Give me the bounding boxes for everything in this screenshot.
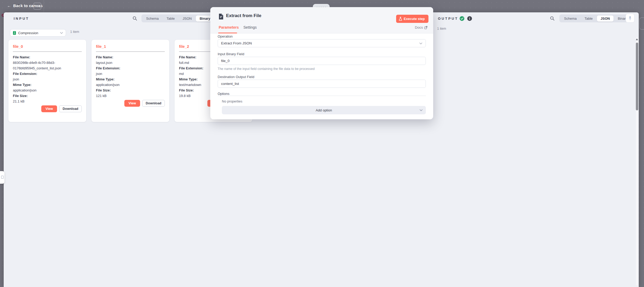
file-size-value: 21.1 kB — [13, 99, 24, 103]
file-name-value: layout.json — [96, 61, 112, 65]
file-title: file_1 — [96, 44, 165, 49]
input-tab-schema[interactable]: Schema — [142, 16, 162, 22]
zip-file-icon — [13, 31, 16, 35]
execute-step-button[interactable]: Execute step — [396, 15, 428, 23]
download-button[interactable]: Download — [59, 105, 82, 112]
execute-step-label: Execute step — [404, 17, 425, 21]
file-extension-label: File Extension: — [96, 66, 120, 70]
options-empty-text: No properties — [222, 99, 242, 103]
file-name-label: File Name: — [13, 55, 30, 59]
external-link-icon — [424, 26, 427, 29]
file-size-value: 19.8 kB — [179, 94, 191, 98]
modal-title: Extract from File — [226, 13, 261, 18]
json-scrollbar[interactable] — [636, 37, 638, 285]
file-card-1: file_1 File Name: layout.json File Exten… — [91, 39, 170, 122]
mime-type-label: Mime Type: — [13, 83, 32, 87]
file-name-label: File Name: — [179, 55, 196, 59]
input-binary-field-label: Input Binary Field — [218, 52, 244, 56]
operation-label: Operation — [218, 34, 233, 38]
file-meta: File Name: layout.json File Extension: j… — [96, 54, 165, 99]
file-size-label: File Size: — [13, 94, 28, 98]
modal-header: Extract from File Execute step Parameter… — [210, 7, 433, 33]
card-divider — [13, 52, 82, 52]
mime-type-value: application/json — [96, 83, 120, 87]
destination-output-value: content_list — [221, 82, 239, 86]
flyout-icon — [1, 176, 4, 179]
canvas-control-fragment — [639, 17, 644, 30]
view-button[interactable]: View — [124, 100, 140, 107]
options-label: Options — [218, 92, 229, 96]
file-name-value: full.md — [179, 61, 189, 65]
file-size-value: 121 kB — [96, 94, 106, 98]
input-search-icon[interactable] — [132, 16, 137, 21]
input-source-label: Compression — [18, 31, 60, 35]
add-option-label: Add option — [316, 108, 332, 112]
input-items-count: 1 item — [70, 30, 79, 34]
input-tab-table[interactable]: Table — [163, 16, 178, 22]
docs-label: Docs — [415, 25, 423, 29]
options-divider — [218, 96, 426, 96]
file-extension-label: File Extension: — [13, 72, 37, 76]
info-icon[interactable] — [467, 16, 472, 21]
mime-type-value: text/markdown — [179, 83, 201, 87]
left-flyout-handle[interactable] — [0, 171, 4, 184]
add-option-select[interactable]: Add option — [222, 106, 426, 114]
extract-file-node-icon — [218, 13, 224, 20]
file-name-label: File Name: — [96, 55, 113, 59]
input-binary-field-value: file_0 — [221, 59, 229, 63]
mime-type-value: application/json — [13, 88, 37, 92]
chevron-down-icon — [60, 32, 63, 34]
mime-type-label: Mime Type: — [179, 77, 198, 81]
tab-parameters[interactable]: Parameters — [219, 25, 239, 29]
flask-icon — [399, 17, 402, 21]
tab-settings[interactable]: Settings — [243, 25, 257, 29]
file-size-label: File Size: — [179, 88, 194, 92]
output-panel-title: OUTPUT — [438, 17, 458, 20]
file-title: file_0 — [13, 44, 82, 49]
download-button[interactable]: Download — [142, 100, 165, 107]
pin-icon — [628, 16, 632, 20]
success-check-icon — [459, 16, 464, 21]
docs-link[interactable]: Docs — [415, 25, 427, 29]
destination-output-input[interactable]: content_list — [218, 80, 426, 88]
destination-output-label: Destination Output Field — [218, 75, 254, 79]
input-binary-field-input[interactable]: file_0 — [218, 57, 426, 65]
topbar-divider — [44, 0, 44, 12]
output-tab-json[interactable]: JSON — [597, 16, 614, 22]
operation-select[interactable]: Extract From JSON — [218, 39, 426, 47]
pin-data-button[interactable] — [626, 14, 635, 23]
output-items-count: 1 item — [437, 27, 446, 30]
file-meta: File Name: 8830266b-d4e9-4c70-88d3-0176b… — [13, 54, 82, 104]
file-card-0: file_0 File Name: 8830266b-d4e9-4c70-88d… — [8, 39, 86, 122]
card-divider — [96, 52, 165, 52]
add-tab-button[interactable]: + — [33, 3, 41, 10]
file-name-value: 8830266b-d4e9-4c70-88d3-0176bfd95945_con… — [13, 61, 61, 70]
mime-type-label: Mime Type: — [96, 77, 115, 81]
back-arrow-icon: ← — [7, 3, 11, 8]
operation-value: Extract From JSON — [221, 41, 252, 45]
file-extension-value: md — [179, 72, 184, 76]
output-view-tabs: Schema Table JSON Binary — [559, 14, 632, 22]
chevron-down-icon — [419, 42, 422, 44]
scroll-up-arrow[interactable] — [636, 38, 638, 40]
input-source-select[interactable]: Compression — [10, 29, 66, 37]
file-extension-value: json — [96, 72, 102, 76]
input-panel-title: INPUT — [14, 17, 29, 20]
output-tab-table[interactable]: Table — [581, 16, 596, 22]
file-extension-value: json — [13, 77, 19, 81]
view-button[interactable]: View — [41, 105, 57, 112]
chevron-down-icon — [420, 109, 423, 111]
scrollbar-thumb[interactable] — [636, 43, 638, 110]
input-view-tabs: Schema Table JSON Binary — [141, 14, 215, 22]
output-search-icon[interactable] — [550, 16, 555, 21]
file-size-label: File Size: — [96, 88, 111, 92]
output-tab-schema[interactable]: Schema — [560, 16, 580, 22]
file-extension-label: File Extension: — [179, 66, 203, 70]
input-binary-help-text: The name of the input field containing t… — [218, 67, 315, 71]
input-tab-json[interactable]: JSON — [179, 16, 196, 22]
extract-from-file-modal: Extract from File Execute step Parameter… — [210, 7, 433, 119]
